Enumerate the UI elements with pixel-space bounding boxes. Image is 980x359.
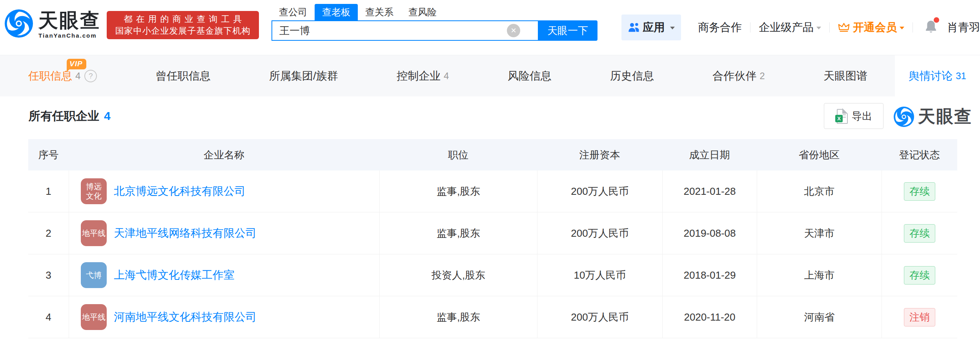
apps-icon	[628, 22, 640, 33]
row-index: 1	[28, 170, 69, 212]
user-menu[interactable]: 肖青羽	[947, 20, 980, 35]
chevron-down-icon	[816, 27, 821, 32]
apps-menu[interactable]: 应用	[621, 15, 681, 40]
tab-positions-info[interactable]: VIP 任职信息 4 ?	[28, 55, 97, 96]
watermark-text: 天眼查	[918, 105, 972, 128]
chevron-down-icon	[670, 27, 675, 32]
tianyancha-swirl-icon	[894, 107, 914, 127]
export-label: 导出	[852, 109, 872, 123]
tab-history-info[interactable]: 历史信息	[610, 55, 654, 96]
enterprise-products-label: 企业级产品	[759, 20, 814, 35]
tab-public-opinion[interactable]: 舆情讨论 31	[895, 55, 980, 96]
excel-file-icon: X	[835, 109, 847, 123]
company-link[interactable]: 天津地平线网络科技有限公司	[114, 226, 257, 241]
tab-label: 风险信息	[508, 69, 552, 83]
tab-label: 天眼图谱	[823, 69, 867, 83]
search-button[interactable]: 天眼一下	[538, 20, 597, 41]
company-link[interactable]: 上海弋博文化传媒工作室	[114, 268, 235, 283]
section-tabs-bar: VIP 任职信息 4 ? 曾任职信息 所属集团/族群 控制企业 4 风险信息 历…	[0, 55, 980, 96]
search-tab-risk[interactable]: 查风险	[401, 4, 444, 20]
capital-cell: 200万人民币	[537, 296, 662, 338]
positions-table: 序号 企业名称 职位 注册资本 成立日期 省份地区 登记状态 1 博远文化 北京…	[28, 139, 957, 338]
logo-domain-text: TianYanCha.com	[38, 32, 101, 39]
tianyancha-logo[interactable]: 天眼查 TianYanCha.com	[5, 9, 101, 39]
search-bar: ✕ 天眼一下	[271, 20, 597, 41]
divider	[750, 22, 750, 33]
search-tab-company[interactable]: 查公司	[271, 4, 315, 20]
capital-cell: 200万人民币	[537, 170, 662, 212]
col-date: 成立日期	[662, 139, 757, 170]
position-cell: 监事,股东	[379, 170, 537, 212]
date-cell: 2019-08-08	[662, 212, 757, 254]
row-index: 4	[28, 296, 69, 338]
col-status: 登记状态	[882, 139, 957, 170]
tab-label: 任职信息	[28, 69, 72, 83]
tianyancha-page: 天眼查 TianYanCha.com 都在用的商业查询工具 国家中小企业发展子基…	[0, 0, 980, 359]
notifications-button[interactable]	[924, 20, 938, 35]
notification-badge-dot	[934, 17, 939, 23]
tab-partners[interactable]: 合作伙伴 2	[712, 55, 765, 96]
tab-controlled-companies[interactable]: 控制企业 4	[397, 55, 449, 96]
company-link[interactable]: 北京博远文化科技有限公司	[114, 184, 246, 199]
date-cell: 2018-01-29	[662, 254, 757, 296]
enterprise-products-menu[interactable]: 企业级产品	[759, 20, 821, 35]
row-index: 3	[28, 254, 69, 296]
clear-search-icon[interactable]: ✕	[507, 24, 520, 37]
vip-badge: VIP	[67, 59, 86, 69]
tab-count: 31	[956, 71, 966, 82]
tab-group-cluster[interactable]: 所属集团/族群	[269, 55, 338, 96]
tab-label: 合作伙伴	[712, 69, 756, 83]
business-cooperation-link[interactable]: 商务合作	[698, 20, 742, 35]
tab-count: 4	[75, 71, 80, 82]
tab-graph[interactable]: 天眼图谱	[823, 55, 867, 96]
capital-cell: 10万人民币	[537, 254, 662, 296]
col-index: 序号	[28, 139, 69, 170]
status-badge: 存续	[904, 224, 935, 243]
table-row: 3 弋博 上海弋博文化传媒工作室 投资人,股东 10万人民币 2018-01-2…	[28, 254, 957, 296]
position-cell: 监事,股东	[379, 212, 537, 254]
company-link[interactable]: 河南地平线文化科技有限公司	[114, 310, 257, 325]
page-title: 所有任职企业4	[29, 108, 111, 124]
table-row: 2 地平线 天津地平线网络科技有限公司 监事,股东 200万人民币 2019-0…	[28, 212, 957, 254]
tab-label: 曾任职信息	[156, 69, 211, 83]
help-icon[interactable]: ?	[84, 70, 97, 82]
chevron-down-icon	[900, 27, 904, 32]
status-badge: 存续	[904, 266, 935, 285]
capital-cell: 200万人民币	[537, 212, 662, 254]
username-label: 肖青羽	[947, 20, 980, 35]
region-cell: 北京市	[757, 170, 882, 212]
tab-label: 所属集团/族群	[269, 69, 338, 83]
top-header: 天眼查 TianYanCha.com 都在用的商业查询工具 国家中小企业发展子基…	[0, 0, 980, 55]
search-input[interactable]	[271, 20, 538, 41]
region-cell: 河南省	[757, 296, 882, 338]
crown-icon	[838, 22, 850, 33]
tab-risk-info[interactable]: 风险信息	[508, 55, 552, 96]
row-index: 2	[28, 212, 69, 254]
search-tab-boss[interactable]: 查老板	[315, 4, 358, 20]
tianyancha-swirl-icon	[5, 9, 33, 38]
position-cell: 投资人,股东	[379, 254, 537, 296]
logo-brand-text: 天眼查	[38, 9, 101, 31]
open-vip-menu[interactable]: 开通会员	[838, 20, 904, 35]
export-button[interactable]: X 导出	[824, 103, 883, 129]
company-avatar: 地平线	[81, 304, 107, 330]
tab-label: 控制企业	[397, 69, 441, 83]
table-row: 4 地平线 河南地平线文化科技有限公司 监事,股东 200万人民币 2020-1…	[28, 296, 957, 338]
tab-former-positions[interactable]: 曾任职信息	[156, 55, 211, 96]
status-badge: 存续	[904, 182, 935, 201]
tab-count: 4	[444, 71, 449, 82]
col-region: 省份地区	[757, 139, 882, 170]
date-cell: 2021-01-28	[662, 170, 757, 212]
status-badge: 注销	[904, 308, 935, 326]
table-header-row: 序号 企业名称 职位 注册资本 成立日期 省份地区 登记状态	[28, 139, 957, 170]
search-tab-relation[interactable]: 查关系	[358, 4, 401, 20]
open-vip-label: 开通会员	[853, 20, 897, 35]
company-avatar: 博远文化	[81, 178, 107, 204]
divider	[689, 22, 690, 33]
col-position: 职位	[379, 139, 537, 170]
search-type-tabs: 查公司 查老板 查关系 查风险	[271, 4, 444, 20]
col-capital: 注册资本	[537, 139, 662, 170]
position-cell: 监事,股东	[379, 296, 537, 338]
tianyancha-watermark: 天眼查	[894, 105, 972, 128]
divider	[913, 22, 913, 33]
